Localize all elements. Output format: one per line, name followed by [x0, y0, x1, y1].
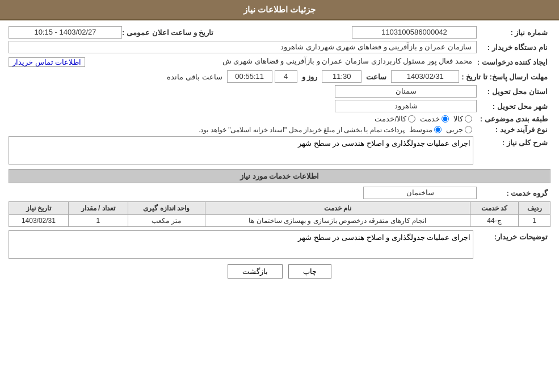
sharh-textarea[interactable] — [9, 136, 473, 165]
mohlat-label: مهلت ارسال پاسخ: تا تاریخ : — [461, 73, 550, 81]
nam-dastagah-label: نام دستگاه خریدار : — [477, 43, 550, 52]
shmare-niaz-value: 1103100586000042 — [352, 26, 477, 39]
farend-desc: پرداخت تمام یا بخشی از مبلغ خریداز محل "… — [199, 126, 405, 134]
mohlat-row: مهلت ارسال پاسخ: تا تاریخ : 1403/02/31 س… — [9, 70, 550, 83]
mohlat-roz-label: روز و — [300, 73, 320, 81]
shmare-date-row: شماره نیاز : 1103100586000042 تاریخ و سا… — [9, 26, 550, 39]
content-area: شماره نیاز : 1103100586000042 تاریخ و سا… — [0, 20, 559, 290]
farend-jozii-text: جزیی — [446, 125, 463, 134]
grooh-value: ساختمان — [363, 187, 477, 199]
services-table: ردیف کد خدمت نام خدمت واحد اندازه گیری ت… — [9, 201, 550, 227]
mohlat-roz: 4 — [275, 70, 297, 83]
col-tarikh: تاریخ نیاز — [9, 202, 69, 215]
tabaqe-label: طبقه بندی موضوعی : — [477, 115, 550, 123]
ijad-konande-label: ایجاد کننده درخواست : — [477, 58, 550, 66]
sharh-label: شرح کلی نیاز : — [477, 136, 550, 147]
ostan-value: سمنان — [335, 85, 477, 98]
col-name: نام خدمت — [205, 202, 470, 215]
tabaqe-khadamat-radio[interactable] — [442, 115, 449, 123]
shahr-label: شهر محل تحویل : — [477, 102, 550, 111]
shahr-row: شهر محل تحویل : شاهرود — [9, 100, 550, 112]
tabaqe-kala-option[interactable]: کالا — [453, 115, 472, 123]
ostan-label: استان محل تحویل : — [477, 87, 550, 96]
action-buttons: چاپ بازگشت — [9, 264, 550, 279]
tosih-row: توضیحات خریدار: — [9, 230, 550, 259]
ijad-konande-row: ایجاد کننده درخواست : محمد فعال پور مسئو… — [9, 56, 550, 68]
table-row: 1ج-44انجام کارهای متفرقه درخصوص بازسازی … — [9, 215, 550, 227]
mohlat-date: 1403/02/31 — [391, 70, 459, 83]
tabaqe-kala-khadamat-option[interactable]: کالا/خدمت — [375, 115, 415, 123]
tarikh-value: 1403/02/27 - 10:15 — [9, 26, 122, 39]
ostan-row: استان محل تحویل : سمنان — [9, 85, 550, 98]
col-tedad: تعداد / مقدار — [68, 202, 128, 215]
grooh-row: گروه خدمت : ساختمان — [9, 187, 550, 199]
farend-row: نوع فرآیند خرید : جزیی متوسط پرداخت تمام… — [9, 125, 550, 134]
tabaqe-kala-khadamat-radio[interactable] — [408, 115, 415, 123]
shahr-value: شاهرود — [335, 100, 477, 112]
tabaqe-kala-text: کالا — [453, 115, 463, 123]
tosih-label: توضیحات خریدار: — [477, 230, 550, 241]
tabaqe-kala-radio[interactable] — [465, 115, 472, 123]
ijad-konande-link[interactable]: اطلاعات تماس خریدار — [9, 57, 85, 67]
page-wrapper: جزئیات اطلاعات نیاز شماره نیاز : 1103100… — [0, 0, 559, 392]
tabaqe-kala-khadamat-text: کالا/خدمت — [375, 115, 406, 123]
col-vahed: واحد اندازه گیری — [128, 202, 205, 215]
tosih-textarea[interactable] — [9, 230, 473, 259]
ijad-konande-value: محمد فعال پور مسئول کاربردازی سازمان عمر… — [85, 56, 477, 68]
mohlat-mande-val: 00:55:11 — [227, 70, 272, 83]
nam-dastagah-value: سازمان عمران و بازآفرینی و فضاهای شهری ش… — [9, 41, 477, 53]
mohlat-saat-label: ساعت — [364, 73, 389, 81]
farend-label: نوع فرآیند خرید : — [477, 125, 550, 134]
tabaqe-row: طبقه بندی موضوعی : کالا خدمت کالا/خدمت — [9, 115, 550, 123]
tabaqe-khadamat-text: خدمت — [420, 115, 440, 123]
mohlat-mande-text: ساعت باقی مانده — [165, 73, 224, 81]
page-header: جزئیات اطلاعات نیاز — [0, 0, 559, 20]
farend-motevaset-option[interactable]: متوسط — [409, 125, 442, 134]
nam-dastagah-row: نام دستگاه خریدار : سازمان عمران و بازآف… — [9, 41, 550, 53]
back-button[interactable]: بازگشت — [228, 264, 283, 279]
print-button[interactable]: چاپ — [288, 264, 331, 279]
farend-motevaset-radio[interactable] — [434, 126, 442, 133]
sharh-row: شرح کلی نیاز : — [9, 136, 550, 165]
col-code: کد خدمت — [470, 202, 518, 215]
tabaqe-khadamat-option[interactable]: خدمت — [420, 115, 449, 123]
tarikh-label: تاریخ و ساعت اعلان عمومی : — [122, 28, 216, 37]
page-title: جزئیات اطلاعات نیاز — [243, 5, 316, 14]
farend-jozii-radio[interactable] — [465, 126, 472, 133]
services-section-title: اطلاعات خدمات مورد نیاز — [9, 169, 550, 183]
farend-jozii-option[interactable]: جزیی — [446, 125, 472, 134]
col-radif: ردیف — [519, 202, 550, 215]
shmare-niaz-label: شماره نیاز : — [477, 28, 550, 37]
farend-motevaset-text: متوسط — [409, 125, 432, 134]
mohlat-saat: 11:30 — [322, 70, 362, 83]
grooh-label: گروه خدمت : — [477, 189, 550, 197]
